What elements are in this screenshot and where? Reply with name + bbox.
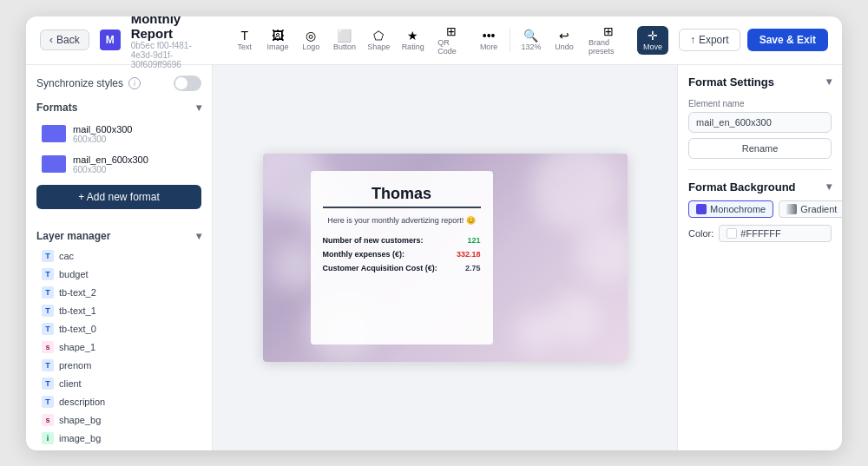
- format-settings-label: Format Settings: [688, 75, 774, 89]
- gradient-swatch: [786, 204, 797, 214]
- format-name-2: mail_en_600x300: [73, 154, 148, 165]
- shape-icon: ⬠: [373, 30, 384, 42]
- layers-section: Layer manager ▾ T cac T budget T tb-text…: [36, 230, 201, 447]
- tool-move[interactable]: ✛ Move: [637, 26, 668, 55]
- rename-button[interactable]: Rename: [688, 138, 832, 159]
- layer-type-badge: T: [42, 396, 54, 408]
- formats-chevron-icon[interactable]: ▾: [196, 102, 201, 114]
- email-row-2: Monthly expenses (€): 332.18: [323, 250, 481, 259]
- page-title: Monthly Report: [131, 16, 212, 41]
- info-icon: i: [128, 77, 141, 89]
- layer-shape-1[interactable]: s shape_1: [36, 338, 201, 356]
- email-row-3: Customer Acquisition Cost (€): 2.75: [323, 264, 481, 272]
- tool-shape[interactable]: ⬠ Shape: [363, 26, 395, 55]
- color-value: #FFFFFF: [740, 228, 780, 239]
- email-row-2-label: Monthly expenses (€):: [323, 250, 405, 259]
- bg-options: Monochrome Gradient: [688, 200, 832, 218]
- toolbar-right: ↑ Export Save & Exit: [679, 29, 828, 51]
- layer-shape-bg[interactable]: s shape_bg: [36, 411, 201, 429]
- rating-icon: ★: [407, 30, 418, 42]
- format-info-1: mail_600x300 600x300: [73, 124, 133, 144]
- main-layout: Synchronize styles i Formats ▾ mail_600x…: [26, 65, 842, 450]
- upload-icon: ↑: [690, 34, 695, 46]
- text-icon: T: [240, 30, 248, 42]
- canvas-area[interactable]: Thomas Here is your monthly advertizing …: [213, 65, 677, 450]
- format-thumb-1: [42, 125, 66, 142]
- button-icon: ⬜: [337, 30, 352, 42]
- tool-button[interactable]: ⬜ Button: [328, 26, 360, 55]
- formats-section: Formats ▾ mail_600x300 600x300 m: [36, 102, 201, 209]
- layer-prenom[interactable]: T prenom: [36, 357, 201, 374]
- format-size-1: 600x300: [73, 135, 133, 144]
- monochrome-swatch: [696, 204, 707, 214]
- layer-budget[interactable]: T budget: [36, 266, 201, 283]
- layer-tb-text-2[interactable]: T tb-text_2: [36, 284, 201, 301]
- format-settings-chevron-icon[interactable]: ▾: [826, 75, 832, 88]
- element-name-section: Element name Rename: [688, 99, 832, 159]
- tool-qrcode[interactable]: ⊞ QR Code: [431, 22, 471, 59]
- color-swatch[interactable]: [727, 228, 737, 239]
- bg-option-monochrome[interactable]: Monochrome: [688, 200, 773, 218]
- element-name-label: Element name: [688, 99, 832, 108]
- color-input-wrap: #FFFFFF: [719, 225, 832, 242]
- sync-toggle[interactable]: [174, 75, 201, 91]
- layer-type-badge: T: [42, 268, 54, 280]
- tool-text[interactable]: T Text: [229, 26, 260, 55]
- layer-image-bg[interactable]: i image_bg: [36, 430, 201, 447]
- format-bg-header: Format Background ▾: [688, 180, 832, 194]
- tool-rating[interactable]: ★ Rating: [397, 26, 429, 55]
- divider: [510, 28, 510, 52]
- sync-label: Synchronize styles: [36, 77, 123, 89]
- email-recipient-name: Thomas: [323, 185, 481, 208]
- email-row-1-value: 121: [467, 236, 480, 245]
- top-bar: ‹ Back M Monthly Report 0b5ec f00-f481-4…: [26, 16, 842, 65]
- format-background-section: Format Background ▾ Monochrome Gradient …: [688, 180, 832, 242]
- email-content-box: Thomas Here is your monthly advertizing …: [311, 171, 493, 345]
- app-window: ‹ Back M Monthly Report 0b5ec f00-f481-4…: [26, 16, 842, 450]
- format-item-1[interactable]: mail_600x300 600x300: [36, 121, 201, 148]
- bg-option-gradient[interactable]: Gradient: [779, 200, 842, 218]
- layer-tb-text-1[interactable]: T tb-text_1: [36, 302, 201, 319]
- tool-zoom[interactable]: 🔍 132%: [516, 26, 547, 55]
- save-exit-button[interactable]: Save & Exit: [747, 29, 828, 51]
- divider: [688, 169, 832, 170]
- sync-row: Synchronize styles i: [36, 75, 201, 91]
- layer-type-badge: s: [42, 341, 54, 353]
- zoom-icon: 🔍: [523, 30, 538, 42]
- format-bg-chevron-icon[interactable]: ▾: [826, 180, 832, 193]
- email-row-1-label: Number of new customers:: [323, 236, 424, 245]
- layer-type-badge: T: [42, 286, 54, 299]
- color-label: Color:: [688, 228, 713, 239]
- layer-type-badge: T: [42, 250, 54, 262]
- more-icon: •••: [483, 30, 496, 42]
- tool-logo[interactable]: ◎ Logo: [295, 26, 326, 55]
- format-size-2: 600x300: [73, 165, 148, 174]
- layer-tb-text-0[interactable]: T tb-text_0: [36, 320, 201, 338]
- layer-description[interactable]: T description: [36, 393, 201, 410]
- layer-type-badge: T: [42, 359, 54, 371]
- layers-chevron-icon[interactable]: ▾: [196, 230, 201, 242]
- logo-icon: ◎: [306, 30, 316, 42]
- layers-list: T cac T budget T tb-text_2 T tb-text_1: [36, 247, 201, 447]
- back-label: Back: [56, 34, 80, 46]
- tool-image[interactable]: 🖼 Image: [262, 26, 294, 55]
- layer-cac[interactable]: T cac: [36, 247, 201, 265]
- layer-type-badge: T: [42, 323, 54, 335]
- back-button[interactable]: ‹ Back: [40, 30, 89, 50]
- email-row-2-value: 332.18: [457, 250, 481, 259]
- export-button[interactable]: ↑ Export: [679, 29, 740, 51]
- format-item-2[interactable]: mail_en_600x300 600x300: [36, 151, 201, 178]
- format-info-2: mail_en_600x300 600x300: [73, 154, 148, 174]
- add-format-button[interactable]: + Add new format: [36, 185, 201, 209]
- email-row-1: Number of new customers: 121: [323, 236, 481, 245]
- email-preview: Thomas Here is your monthly advertizing …: [263, 154, 628, 362]
- format-name-1: mail_600x300: [73, 124, 133, 135]
- tool-more[interactable]: ••• More: [473, 26, 504, 55]
- email-row-3-label: Customer Acquisition Cost (€):: [323, 264, 437, 272]
- layer-type-badge: s: [42, 414, 54, 426]
- tool-undo[interactable]: ↩ Undo: [549, 26, 580, 55]
- tool-brand-presets[interactable]: ⊞ Brand presets: [582, 22, 635, 59]
- layer-client[interactable]: T client: [36, 375, 201, 392]
- bokeh-5: [532, 154, 619, 232]
- element-name-input[interactable]: [688, 112, 832, 133]
